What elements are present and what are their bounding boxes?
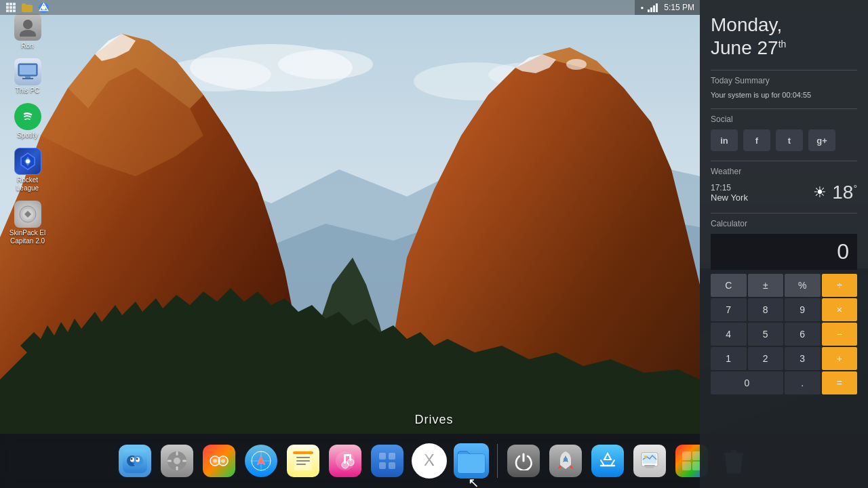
svg-rect-59 xyxy=(293,451,313,454)
social-label: Social xyxy=(711,115,857,124)
facebook-icon[interactable]: f xyxy=(743,129,770,151)
dock-item-safari[interactable] xyxy=(242,436,280,485)
svg-rect-42 xyxy=(176,451,178,455)
calc-btn-percent[interactable]: % xyxy=(785,274,821,297)
svg-point-23 xyxy=(20,30,36,37)
svg-rect-43 xyxy=(176,466,178,470)
svg-rect-25 xyxy=(20,65,36,75)
calc-btn-2[interactable]: 2 xyxy=(748,347,784,370)
svg-rect-78 xyxy=(682,451,691,460)
desktop-icon-user-label: Ron xyxy=(21,42,33,50)
calc-btn-subtract[interactable]: − xyxy=(822,323,858,346)
svg-point-39 xyxy=(136,458,138,460)
calculator-display: 0 xyxy=(711,234,857,270)
twitter-icon[interactable]: t xyxy=(776,129,803,151)
dock-item-finder[interactable] xyxy=(116,436,154,485)
weather-sun-icon: ☀ xyxy=(813,184,827,201)
dock-item-notes[interactable] xyxy=(284,436,322,485)
dock-item-preview[interactable] xyxy=(631,436,669,485)
panel-calculator: Calculator 0 C ± % ÷ 7 8 9 × 4 5 6 − 1 xyxy=(711,219,857,394)
calc-btn-6[interactable]: 6 xyxy=(785,323,821,346)
svg-rect-19 xyxy=(650,7,652,12)
panel-social: Social in f t g+ xyxy=(711,115,857,151)
calc-btn-1[interactable]: 1 xyxy=(711,347,747,370)
svg-rect-68 xyxy=(379,462,386,469)
panel-date-line2: June 27th xyxy=(711,37,857,60)
svg-point-22 xyxy=(23,20,33,29)
svg-rect-56 xyxy=(296,457,310,458)
dock-item-drives[interactable] xyxy=(452,436,490,485)
weather-right: ☀ 18° xyxy=(813,182,857,203)
calc-btn-decimal[interactable]: . xyxy=(785,371,821,394)
grid-icon[interactable] xyxy=(5,2,16,13)
panel-today-summary: Today Summary Your system is up for 00:0… xyxy=(711,76,857,99)
panel-weather: Weather 17:15 New York ☀ 18° xyxy=(711,167,857,203)
google-plus-icon[interactable]: g+ xyxy=(808,129,835,151)
today-summary-label: Today Summary xyxy=(711,76,857,85)
calc-btn-8[interactable]: 8 xyxy=(748,298,784,321)
calc-btn-equals[interactable]: = xyxy=(822,371,858,394)
svg-rect-77 xyxy=(646,467,654,468)
calc-btn-clear[interactable]: C xyxy=(711,274,747,297)
dock-item-system-preferences[interactable] xyxy=(158,436,196,485)
weather-temperature: 18° xyxy=(832,182,857,203)
spotify-logo-icon xyxy=(19,108,37,125)
linkedin-icon[interactable]: in xyxy=(711,129,738,151)
dock-item-launchpad[interactable] xyxy=(368,436,406,485)
dock-item-game-center[interactable] xyxy=(200,436,238,485)
preview-icon xyxy=(633,445,666,477)
app-store-icon xyxy=(591,445,624,477)
dock-item-power[interactable] xyxy=(505,436,542,485)
uptime-text: Your system is up for 00:04:55 xyxy=(711,91,857,99)
dock-separator xyxy=(497,444,498,478)
svg-rect-69 xyxy=(389,462,395,469)
svg-rect-15 xyxy=(13,9,16,12)
desktop-icon-rocket-league[interactable]: Rocket League xyxy=(5,148,50,192)
svg-rect-13 xyxy=(6,9,9,12)
desktop-icons-container: Ron This PC xyxy=(5,14,50,245)
dock-item-rocket[interactable] xyxy=(547,436,585,485)
calc-btn-add[interactable]: + xyxy=(822,347,858,370)
launchpad-icon xyxy=(371,445,403,477)
chrome-icon[interactable] xyxy=(38,2,49,13)
dock-item-osx[interactable]: X xyxy=(410,436,448,485)
desktop-icon-user[interactable]: Ron xyxy=(5,14,50,50)
svg-point-72 xyxy=(564,458,568,462)
svg-rect-27 xyxy=(22,78,33,79)
svg-rect-67 xyxy=(389,453,395,460)
calc-btn-9[interactable]: 9 xyxy=(785,298,821,321)
system-time: 5:15 PM xyxy=(664,3,694,12)
weather-label: Weather xyxy=(711,167,857,176)
game-center-icon xyxy=(203,445,235,477)
svg-rect-45 xyxy=(182,460,186,462)
desktop-icon-skinpack[interactable]: SkinPack El Capitan 2.0 xyxy=(5,201,50,245)
svg-rect-14 xyxy=(9,9,12,12)
desktop-icon-spotify[interactable]: Spotify xyxy=(5,103,50,140)
folder-icon[interactable] xyxy=(22,2,33,13)
desktop-icon-rocket-league-label: Rocket League xyxy=(5,176,50,192)
svg-point-49 xyxy=(221,459,225,463)
calculator-grid: C ± % ÷ 7 8 9 × 4 5 6 − 1 2 3 + 0 xyxy=(711,274,857,394)
social-icons-container: in f t g+ xyxy=(711,129,857,151)
topbar-left-icons xyxy=(5,2,49,13)
calc-btn-7[interactable]: 7 xyxy=(711,298,747,321)
calc-btn-4[interactable]: 4 xyxy=(711,323,747,346)
weather-time: 17:15 xyxy=(711,183,748,192)
panel-date-line1: Monday, xyxy=(711,14,857,37)
dock-item-app-store[interactable] xyxy=(589,436,627,485)
svg-rect-76 xyxy=(644,465,655,466)
topbar xyxy=(0,0,700,15)
calc-btn-divide[interactable]: ÷ xyxy=(822,274,858,297)
itunes-icon xyxy=(329,445,361,477)
calc-btn-5[interactable]: 5 xyxy=(748,323,784,346)
calc-btn-plusminus[interactable]: ± xyxy=(748,274,784,297)
right-panel: Monday, June 27th Today Summary Your sys… xyxy=(700,0,868,488)
calc-btn-multiply[interactable]: × xyxy=(822,298,858,321)
finder-icon xyxy=(119,445,151,477)
calc-btn-3[interactable]: 3 xyxy=(785,347,821,370)
calc-btn-0[interactable]: 0 xyxy=(711,371,783,394)
dock-item-itunes[interactable] xyxy=(326,436,364,485)
desktop: ● 5:15 PM Ron xyxy=(0,0,868,488)
svg-point-30 xyxy=(26,159,30,163)
desktop-icon-this-pc[interactable]: This PC xyxy=(5,58,50,95)
